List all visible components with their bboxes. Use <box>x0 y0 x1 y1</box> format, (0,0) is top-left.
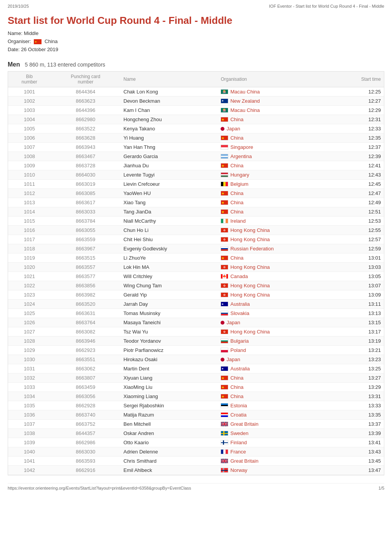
org-link[interactable]: Finland <box>230 440 247 445</box>
org-link[interactable]: Great Britain <box>230 458 258 464</box>
org-link[interactable]: Croatia <box>230 412 246 418</box>
table-row: 1031 8663062 Martin Dent ★ Australia 13:… <box>8 364 384 373</box>
org-cell: 🍁 Canada <box>218 272 333 281</box>
org-link[interactable]: Hong Kong China <box>230 283 270 288</box>
card-cell: 8663628 <box>51 133 120 143</box>
org-link[interactable]: Argentina <box>230 153 252 159</box>
org-cell: ★ China <box>218 198 333 207</box>
name-cell: Sergei Rjaboshkin <box>120 401 218 410</box>
bib-cell: 1006 <box>8 133 51 143</box>
org-link[interactable]: Canada <box>230 273 248 279</box>
org-link[interactable]: Hong Kong China <box>230 329 270 335</box>
card-cell: 8663577 <box>51 272 120 281</box>
name-cell: Xiaoming Liang <box>120 392 218 401</box>
competitors-table-wrapper: Bibnumber Punching cardnumber Name Organ… <box>8 71 384 475</box>
org-link[interactable]: Australia <box>230 301 250 307</box>
org-link[interactable]: Sweden <box>230 430 248 436</box>
org-link[interactable]: China <box>230 255 243 261</box>
bib-cell: 1015 <box>8 217 51 226</box>
name-cell: Yan Han Thng <box>120 143 218 152</box>
name-cell: Matija Razum <box>120 410 218 420</box>
org-link[interactable]: China <box>230 375 243 381</box>
name-cell: XiaoMing Liu <box>120 383 218 392</box>
org-link[interactable]: China <box>230 393 243 399</box>
org-link[interactable]: Japan <box>226 357 240 362</box>
name-cell: Martin Dent <box>120 364 218 373</box>
org-link[interactable]: France <box>230 449 246 455</box>
time-cell: 12:25 <box>333 87 384 97</box>
table-header: Bibnumber Punching cardnumber Name Organ… <box>8 72 384 87</box>
time-cell: 13:29 <box>333 383 384 392</box>
card-cell: 8663807 <box>51 373 120 383</box>
org-cell: Sweden <box>218 429 333 438</box>
bib-cell: 1025 <box>8 309 51 318</box>
card-cell: 8644396 <box>51 106 120 115</box>
org-cell: Belgium <box>218 180 333 189</box>
bib-cell: 1007 <box>8 143 51 152</box>
org-link[interactable]: Belgium <box>230 181 248 187</box>
name-cell: Adrien Delenne <box>120 447 218 457</box>
org-link[interactable]: China <box>230 117 243 122</box>
table-row: 1003 8644396 Kam I Chan 🎰 Macau China 12… <box>8 106 384 115</box>
org-link[interactable]: China <box>230 209 243 215</box>
bib-cell: 1020 <box>8 263 51 272</box>
browser-date: 2019/10/25 IOF Eventor - Start list for … <box>8 4 384 8</box>
org-link[interactable]: China <box>230 190 243 196</box>
org-link[interactable]: Hong Kong China <box>230 264 270 270</box>
time-cell: 13:31 <box>333 392 384 401</box>
org-cell: Poland <box>218 346 333 355</box>
org-link[interactable]: Japan <box>226 126 240 132</box>
org-link[interactable]: Ireland <box>230 218 246 224</box>
section-header: Men 5 860 m, 113 entered competitors <box>8 61 384 68</box>
org-link[interactable]: Hong Kong China <box>230 292 270 298</box>
org-link[interactable]: China <box>230 384 243 390</box>
org-link[interactable]: Poland <box>230 347 246 353</box>
org-link[interactable]: China <box>230 163 243 168</box>
org-link[interactable]: Slovakia <box>230 310 249 316</box>
org-link[interactable]: Macau China <box>230 107 260 113</box>
bib-cell: 1040 <box>8 447 51 457</box>
table-body: 1001 8644364 Chak Lon Kong 🎰 Macau China… <box>8 87 384 475</box>
org-link[interactable]: Macau China <box>230 89 260 95</box>
bib-cell: 1001 <box>8 87 51 97</box>
org-link[interactable]: Hungary <box>230 172 249 178</box>
name-cell: Chris Smithard <box>120 457 218 466</box>
org-link[interactable]: Russian Federation <box>230 246 274 252</box>
time-cell: 13:15 <box>333 318 384 327</box>
bib-cell: 1041 <box>8 457 51 466</box>
name-cell: Levente Tugyi <box>120 170 218 180</box>
card-cell: 8663617 <box>51 198 120 207</box>
card-cell: 8663623 <box>51 97 120 106</box>
org-link[interactable]: China <box>230 135 243 141</box>
time-cell: 12:35 <box>333 133 384 143</box>
org-link[interactable]: Great Britain <box>230 421 258 427</box>
card-cell: 8664030 <box>51 170 120 180</box>
card-cell: 8663946 <box>51 337 120 346</box>
org-link[interactable]: Norway <box>230 467 247 473</box>
time-cell: 13:33 <box>333 401 384 410</box>
name-cell: Kam I Chan <box>120 106 218 115</box>
card-cell: 8663085 <box>51 189 120 198</box>
org-cell: ✿ Hong Kong China <box>218 263 333 272</box>
org-link[interactable]: Japan <box>226 320 240 325</box>
org-link[interactable]: Australia <box>230 366 250 372</box>
org-link[interactable]: Hong Kong China <box>230 237 270 242</box>
org-link[interactable]: Hong Kong China <box>230 227 270 233</box>
org-link[interactable]: New Zealand <box>230 98 260 104</box>
org-link[interactable]: China <box>230 200 243 205</box>
time-cell: 13:23 <box>333 355 384 364</box>
bib-cell: 1031 <box>8 364 51 373</box>
org-cell: Japan <box>218 318 333 327</box>
time-cell: 13:25 <box>333 364 384 373</box>
bib-cell: 1039 <box>8 438 51 447</box>
org-link[interactable]: Bulgaria <box>230 338 249 344</box>
time-cell: 12:51 <box>333 207 384 217</box>
org-link[interactable]: Singapore <box>230 144 253 150</box>
name-cell: Xiao Tang <box>120 198 218 207</box>
bib-cell: 1028 <box>8 337 51 346</box>
bib-cell: 1024 <box>8 300 51 309</box>
org-link[interactable]: Estonia <box>230 403 247 408</box>
name-cell: Tang JianDa <box>120 207 218 217</box>
name-cell: Otto Kaario <box>120 438 218 447</box>
col-name: Name <box>120 72 218 87</box>
